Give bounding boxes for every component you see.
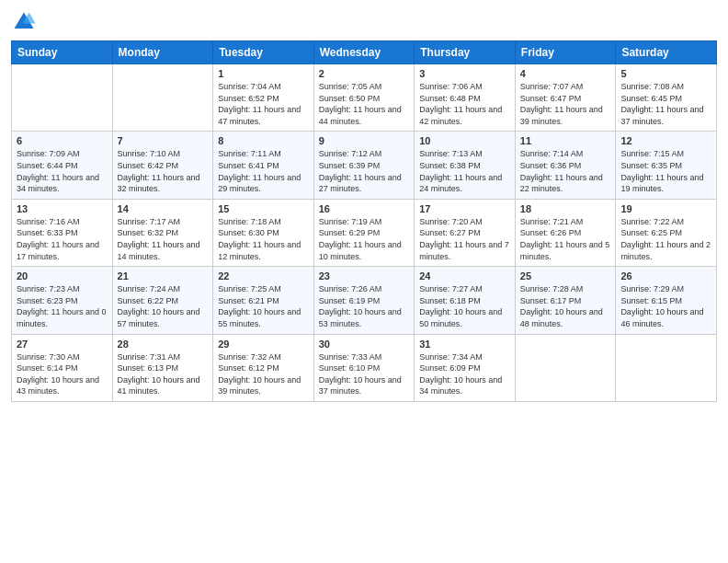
week-row-2: 6Sunrise: 7:09 AM Sunset: 6:44 PM Daylig… [12, 132, 717, 199]
day-number: 2 [319, 68, 410, 79]
day-cell: 7Sunrise: 7:10 AM Sunset: 6:42 PM Daylig… [112, 132, 213, 199]
day-info: Sunrise: 7:26 AM Sunset: 6:19 PM Dayligh… [319, 283, 410, 329]
day-number: 25 [520, 270, 611, 282]
day-info: Sunrise: 7:07 AM Sunset: 6:47 PM Dayligh… [520, 81, 611, 127]
calendar-header: SundayMondayTuesdayWednesdayThursdayFrid… [12, 41, 717, 64]
day-cell: 24Sunrise: 7:27 AM Sunset: 6:18 PM Dayli… [415, 267, 516, 334]
day-info: Sunrise: 7:27 AM Sunset: 6:18 PM Dayligh… [419, 283, 510, 329]
day-cell: 23Sunrise: 7:26 AM Sunset: 6:19 PM Dayli… [313, 267, 415, 334]
day-number: 9 [319, 135, 410, 146]
calendar-table: SundayMondayTuesdayWednesdayThursdayFrid… [11, 40, 717, 402]
day-cell: 29Sunrise: 7:32 AM Sunset: 6:12 PM Dayli… [213, 334, 314, 401]
day-info: Sunrise: 7:13 AM Sunset: 6:38 PM Dayligh… [419, 148, 510, 194]
day-info: Sunrise: 7:17 AM Sunset: 6:32 PM Dayligh… [118, 216, 209, 262]
calendar-body: 1Sunrise: 7:04 AM Sunset: 6:52 PM Daylig… [12, 64, 717, 402]
weekday-header-tuesday: Tuesday [213, 41, 314, 64]
week-row-1: 1Sunrise: 7:04 AM Sunset: 6:52 PM Daylig… [12, 64, 717, 132]
day-info: Sunrise: 7:31 AM Sunset: 6:13 PM Dayligh… [118, 351, 209, 397]
day-cell: 13Sunrise: 7:16 AM Sunset: 6:33 PM Dayli… [12, 199, 113, 266]
week-row-4: 20Sunrise: 7:23 AM Sunset: 6:23 PM Dayli… [12, 267, 717, 334]
day-info: Sunrise: 7:12 AM Sunset: 6:39 PM Dayligh… [319, 148, 410, 194]
day-info: Sunrise: 7:16 AM Sunset: 6:33 PM Dayligh… [17, 216, 108, 262]
weekday-header-monday: Monday [112, 41, 213, 64]
day-cell: 3Sunrise: 7:06 AM Sunset: 6:48 PM Daylig… [415, 64, 516, 132]
day-cell: 19Sunrise: 7:22 AM Sunset: 6:25 PM Dayli… [616, 199, 717, 266]
day-cell [12, 64, 113, 132]
day-info: Sunrise: 7:08 AM Sunset: 6:45 PM Dayligh… [620, 81, 711, 127]
day-info: Sunrise: 7:30 AM Sunset: 6:14 PM Dayligh… [17, 351, 108, 397]
day-number: 12 [620, 135, 711, 146]
day-info: Sunrise: 7:25 AM Sunset: 6:21 PM Dayligh… [218, 283, 309, 329]
day-cell: 4Sunrise: 7:07 AM Sunset: 6:47 PM Daylig… [515, 64, 616, 132]
day-number: 20 [17, 270, 108, 282]
day-cell: 21Sunrise: 7:24 AM Sunset: 6:22 PM Dayli… [112, 267, 213, 334]
day-cell: 14Sunrise: 7:17 AM Sunset: 6:32 PM Dayli… [112, 199, 213, 266]
day-cell: 25Sunrise: 7:28 AM Sunset: 6:17 PM Dayli… [515, 267, 616, 334]
day-cell: 26Sunrise: 7:29 AM Sunset: 6:15 PM Dayli… [616, 267, 717, 334]
day-number: 7 [118, 135, 209, 146]
day-cell: 20Sunrise: 7:23 AM Sunset: 6:23 PM Dayli… [12, 267, 113, 334]
day-number: 13 [17, 203, 108, 214]
logo-icon [11, 9, 37, 35]
day-info: Sunrise: 7:18 AM Sunset: 6:30 PM Dayligh… [218, 216, 309, 262]
day-cell: 18Sunrise: 7:21 AM Sunset: 6:26 PM Dayli… [515, 199, 616, 266]
day-number: 29 [218, 339, 309, 350]
day-number: 4 [520, 68, 611, 79]
page: SundayMondayTuesdayWednesdayThursdayFrid… [0, 0, 728, 563]
day-cell: 8Sunrise: 7:11 AM Sunset: 6:41 PM Daylig… [213, 132, 314, 199]
day-cell [515, 334, 616, 401]
day-cell: 11Sunrise: 7:14 AM Sunset: 6:36 PM Dayli… [515, 132, 616, 199]
day-info: Sunrise: 7:19 AM Sunset: 6:29 PM Dayligh… [319, 216, 410, 262]
day-number: 18 [520, 203, 611, 214]
weekday-header-friday: Friday [515, 41, 616, 64]
logo [11, 9, 39, 35]
day-number: 14 [118, 203, 209, 214]
day-number: 11 [520, 135, 611, 146]
day-number: 27 [17, 339, 108, 350]
day-cell: 12Sunrise: 7:15 AM Sunset: 6:35 PM Dayli… [616, 132, 717, 199]
day-info: Sunrise: 7:11 AM Sunset: 6:41 PM Dayligh… [218, 148, 309, 194]
day-info: Sunrise: 7:24 AM Sunset: 6:22 PM Dayligh… [118, 283, 209, 329]
day-info: Sunrise: 7:05 AM Sunset: 6:50 PM Dayligh… [319, 81, 410, 127]
day-info: Sunrise: 7:20 AM Sunset: 6:27 PM Dayligh… [419, 216, 510, 262]
week-row-5: 27Sunrise: 7:30 AM Sunset: 6:14 PM Dayli… [12, 334, 717, 401]
day-number: 5 [620, 68, 711, 79]
day-number: 21 [118, 270, 209, 282]
day-info: Sunrise: 7:29 AM Sunset: 6:15 PM Dayligh… [620, 283, 711, 329]
day-number: 19 [620, 203, 711, 214]
day-cell: 28Sunrise: 7:31 AM Sunset: 6:13 PM Dayli… [112, 334, 213, 401]
day-number: 23 [319, 270, 410, 282]
day-number: 26 [620, 270, 711, 282]
day-number: 3 [419, 68, 510, 79]
day-cell: 5Sunrise: 7:08 AM Sunset: 6:45 PM Daylig… [616, 64, 717, 132]
day-number: 1 [218, 68, 309, 79]
day-info: Sunrise: 7:10 AM Sunset: 6:42 PM Dayligh… [118, 148, 209, 194]
day-info: Sunrise: 7:32 AM Sunset: 6:12 PM Dayligh… [218, 351, 309, 397]
day-number: 6 [17, 135, 108, 146]
day-info: Sunrise: 7:06 AM Sunset: 6:48 PM Dayligh… [419, 81, 510, 127]
day-number: 22 [218, 270, 309, 282]
weekday-header-sunday: Sunday [12, 41, 113, 64]
day-number: 8 [218, 135, 309, 146]
day-number: 17 [419, 203, 510, 214]
day-info: Sunrise: 7:28 AM Sunset: 6:17 PM Dayligh… [520, 283, 611, 329]
day-cell [112, 64, 213, 132]
day-number: 31 [419, 339, 510, 350]
day-cell: 10Sunrise: 7:13 AM Sunset: 6:38 PM Dayli… [415, 132, 516, 199]
day-info: Sunrise: 7:22 AM Sunset: 6:25 PM Dayligh… [620, 216, 711, 262]
day-cell: 15Sunrise: 7:18 AM Sunset: 6:30 PM Dayli… [213, 199, 314, 266]
day-cell [616, 334, 717, 401]
header [11, 9, 717, 35]
day-number: 16 [319, 203, 410, 214]
day-info: Sunrise: 7:21 AM Sunset: 6:26 PM Dayligh… [520, 216, 611, 262]
day-cell: 30Sunrise: 7:33 AM Sunset: 6:10 PM Dayli… [313, 334, 415, 401]
day-number: 24 [419, 270, 510, 282]
weekday-row: SundayMondayTuesdayWednesdayThursdayFrid… [12, 41, 717, 64]
day-info: Sunrise: 7:23 AM Sunset: 6:23 PM Dayligh… [17, 283, 108, 329]
weekday-header-thursday: Thursday [415, 41, 516, 64]
day-cell: 6Sunrise: 7:09 AM Sunset: 6:44 PM Daylig… [12, 132, 113, 199]
week-row-3: 13Sunrise: 7:16 AM Sunset: 6:33 PM Dayli… [12, 199, 717, 266]
day-number: 28 [118, 339, 209, 350]
day-info: Sunrise: 7:33 AM Sunset: 6:10 PM Dayligh… [319, 351, 410, 397]
day-number: 15 [218, 203, 309, 214]
